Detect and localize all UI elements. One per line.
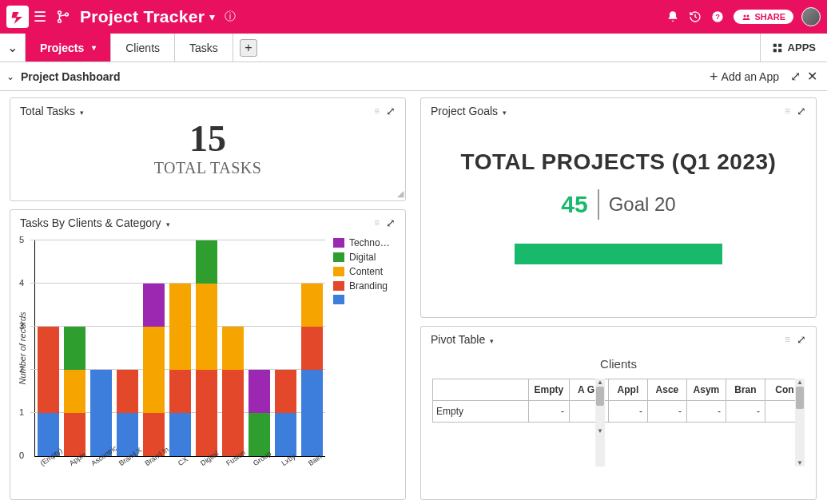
legend-label: Content bbox=[349, 266, 383, 277]
scrollbar-v[interactable]: ▲ ▼ bbox=[595, 379, 605, 466]
legend-item[interactable]: Techno… bbox=[333, 237, 402, 248]
bar: Digital bbox=[193, 240, 220, 456]
legend-item[interactable]: Content bbox=[333, 266, 402, 277]
bar: Group bbox=[246, 240, 272, 456]
add-app-button[interactable]: + Add an App bbox=[710, 70, 779, 83]
svg-point-2 bbox=[66, 13, 69, 16]
tab-label: Projects bbox=[40, 42, 84, 54]
pivot-table[interactable]: EmptyA G IApplAsceAsymBranConEmpty------… bbox=[432, 379, 805, 423]
panel-pivot-table: Pivot Table ≡ ⤢ Clients EmptyA G IApplAs… bbox=[420, 326, 817, 500]
goals-headline: TOTAL PROJECTS (Q1 2023) bbox=[437, 149, 800, 175]
chart-y-label: Number of records bbox=[18, 312, 27, 384]
tab-clients[interactable]: Clients bbox=[111, 34, 175, 62]
expand-icon[interactable]: ⤢ bbox=[386, 216, 396, 229]
svg-rect-9 bbox=[773, 49, 776, 52]
app-logo[interactable] bbox=[6, 6, 29, 28]
apps-button[interactable]: APPS bbox=[760, 34, 827, 62]
share-label: SHARE bbox=[754, 12, 785, 22]
legend-item[interactable]: Branding bbox=[333, 280, 402, 292]
panel-title[interactable]: Total Tasks bbox=[20, 105, 84, 117]
legend-swatch bbox=[333, 295, 344, 304]
bell-icon[interactable] bbox=[662, 7, 684, 26]
expand-icon[interactable]: ⤢ bbox=[386, 105, 396, 117]
collapse-icon[interactable]: ⌄ bbox=[6, 71, 14, 82]
svg-rect-7 bbox=[773, 43, 776, 46]
svg-rect-8 bbox=[778, 43, 781, 46]
pivot-cell: - bbox=[726, 401, 765, 423]
info-icon[interactable]: ⓘ bbox=[220, 6, 241, 27]
resize-handle-icon[interactable]: ◢ bbox=[397, 189, 404, 199]
bar: Lxby bbox=[272, 240, 299, 456]
tabs-collapse-icon[interactable]: ⌄ bbox=[0, 34, 26, 62]
stacked-bar-chart: Number of records 012345 (Empty)AppleAsc… bbox=[10, 232, 405, 475]
goals-target: Goal 20 bbox=[609, 193, 676, 216]
legend-item[interactable] bbox=[333, 295, 402, 304]
close-icon[interactable]: ✕ bbox=[804, 65, 821, 87]
pivot-col-header[interactable]: Appl bbox=[608, 379, 647, 401]
expand-icon[interactable]: ⤢ bbox=[797, 105, 806, 117]
svg-text:?: ? bbox=[716, 13, 721, 21]
bar: CX bbox=[167, 240, 193, 456]
svg-point-0 bbox=[58, 11, 62, 14]
progress-bar bbox=[515, 244, 722, 264]
pivot-col-header[interactable]: Asce bbox=[647, 379, 686, 401]
svg-rect-10 bbox=[778, 49, 781, 52]
add-tab-button[interactable]: + bbox=[240, 39, 257, 57]
dashboard-header: ⌄ Project Dashboard + Add an App ⤢ ✕ bbox=[0, 62, 827, 91]
pivot-cell: - bbox=[647, 401, 686, 423]
total-tasks-value: 15 bbox=[10, 121, 405, 157]
svg-point-6 bbox=[747, 15, 749, 18]
help-icon[interactable]: ? bbox=[706, 7, 729, 26]
divider bbox=[598, 189, 599, 220]
tabs-bar: ⌄ Projects Clients Tasks + APPS bbox=[0, 34, 827, 62]
workspace-title[interactable]: Project Tracker bbox=[80, 7, 205, 26]
tab-label: Tasks bbox=[189, 42, 218, 54]
pivot-col-header[interactable]: Bran bbox=[726, 379, 765, 401]
tab-label: Clients bbox=[125, 42, 160, 54]
pivot-group-title: Clients bbox=[432, 357, 805, 371]
panel-total-tasks: Total Tasks ≡ ⤢ 15 TOTAL TASKS ◢ bbox=[10, 97, 406, 201]
tab-projects[interactable]: Projects bbox=[26, 34, 111, 62]
panel-title[interactable]: Tasks By Clients & Category bbox=[20, 216, 170, 229]
chart-legend: Techno…DigitalContentBranding bbox=[330, 232, 405, 464]
drag-handle-icon[interactable]: ≡ bbox=[785, 334, 789, 345]
user-avatar[interactable] bbox=[801, 7, 821, 26]
branch-icon[interactable] bbox=[51, 6, 75, 27]
bar: Apple bbox=[62, 240, 88, 456]
pivot-cell: - bbox=[529, 401, 570, 423]
panel-title[interactable]: Project Goals bbox=[431, 105, 507, 117]
left-column: Total Tasks ≡ ⤢ 15 TOTAL TASKS ◢ Tasks B… bbox=[10, 97, 406, 500]
right-column: Project Goals ≡ ⤢ TOTAL PROJECTS (Q1 202… bbox=[420, 97, 817, 500]
bar: Fusion bbox=[220, 240, 246, 456]
share-button[interactable]: SHARE bbox=[734, 10, 793, 24]
svg-point-1 bbox=[58, 19, 62, 22]
add-app-label: Add an App bbox=[722, 70, 779, 83]
svg-point-5 bbox=[744, 15, 746, 18]
menu-icon[interactable]: ☰ bbox=[29, 5, 51, 29]
pivot-cell: - bbox=[686, 401, 726, 423]
expand-icon[interactable]: ⤢ bbox=[797, 333, 806, 346]
bar: Bain bbox=[299, 240, 325, 456]
pivot-cell: - bbox=[608, 401, 647, 423]
tab-tasks[interactable]: Tasks bbox=[175, 34, 233, 62]
drag-handle-icon[interactable]: ≡ bbox=[374, 105, 378, 117]
fullscreen-icon[interactable]: ⤢ bbox=[787, 65, 804, 87]
legend-swatch bbox=[333, 281, 344, 291]
drag-handle-icon[interactable]: ≡ bbox=[374, 217, 378, 228]
panel-title[interactable]: Pivot Table bbox=[431, 333, 494, 346]
drag-handle-icon[interactable]: ≡ bbox=[785, 105, 789, 117]
legend-swatch bbox=[333, 252, 344, 262]
history-icon[interactable] bbox=[684, 7, 706, 26]
panel-project-goals: Project Goals ≡ ⤢ TOTAL PROJECTS (Q1 202… bbox=[420, 97, 817, 318]
legend-label: Digital bbox=[349, 252, 376, 263]
legend-item[interactable]: Digital bbox=[333, 252, 402, 263]
pivot-col-header[interactable]: Empty bbox=[529, 379, 570, 401]
top-bar: ☰ Project Tracker ▾ ⓘ ? SHARE bbox=[0, 0, 827, 34]
pivot-row-header[interactable]: Empty bbox=[433, 401, 529, 423]
total-tasks-metric: 15 TOTAL TASKS bbox=[10, 121, 405, 177]
dashboard-content: Total Tasks ≡ ⤢ 15 TOTAL TASKS ◢ Tasks B… bbox=[0, 91, 827, 504]
title-dropdown-icon[interactable]: ▾ bbox=[205, 7, 220, 26]
bar: Ascentric bbox=[88, 240, 114, 456]
pivot-col-header[interactable]: Asym bbox=[686, 379, 726, 401]
scrollbar-v[interactable]: ▲ ▼ bbox=[795, 379, 805, 466]
